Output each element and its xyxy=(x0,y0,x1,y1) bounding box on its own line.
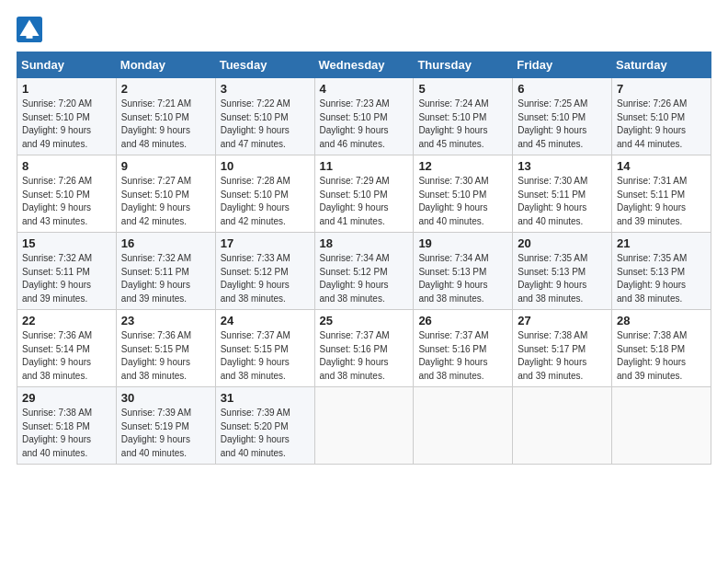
logo xyxy=(17,17,46,42)
cell-info: Sunrise: 7:32 AM Sunset: 5:11 PM Dayligh… xyxy=(22,252,111,305)
day-number: 17 xyxy=(221,236,310,250)
calendar-cell: 8Sunrise: 7:26 AM Sunset: 5:10 PM Daylig… xyxy=(17,155,117,233)
calendar-cell: 20Sunrise: 7:35 AM Sunset: 5:13 PM Dayli… xyxy=(513,233,612,310)
cell-info: Sunrise: 7:38 AM Sunset: 5:17 PM Dayligh… xyxy=(518,329,607,383)
cell-info: Sunrise: 7:36 AM Sunset: 5:15 PM Dayligh… xyxy=(121,329,210,383)
day-number: 2 xyxy=(121,82,210,96)
header-cell-sunday: Sunday xyxy=(17,52,117,78)
calendar-cell: 23Sunrise: 7:36 AM Sunset: 5:15 PM Dayli… xyxy=(116,310,215,387)
day-number: 24 xyxy=(221,314,310,327)
day-number: 26 xyxy=(418,314,507,327)
day-number: 10 xyxy=(221,159,310,173)
day-number: 3 xyxy=(221,82,310,96)
day-number: 27 xyxy=(518,314,607,327)
cell-info: Sunrise: 7:30 AM Sunset: 5:10 PM Dayligh… xyxy=(418,175,507,228)
day-number: 9 xyxy=(121,159,210,173)
cell-info: Sunrise: 7:35 AM Sunset: 5:13 PM Dayligh… xyxy=(518,252,607,305)
calendar-cell: 12Sunrise: 7:30 AM Sunset: 5:10 PM Dayli… xyxy=(414,155,513,233)
page: SundayMondayTuesdayWednesdayThursdayFrid… xyxy=(0,0,728,474)
calendar-cell: 2Sunrise: 7:21 AM Sunset: 5:10 PM Daylig… xyxy=(116,78,215,155)
day-number: 16 xyxy=(121,236,210,250)
calendar-cell: 11Sunrise: 7:29 AM Sunset: 5:10 PM Dayli… xyxy=(314,155,414,233)
day-number: 28 xyxy=(617,314,706,327)
cell-info: Sunrise: 7:22 AM Sunset: 5:10 PM Dayligh… xyxy=(221,98,310,151)
calendar-cell: 10Sunrise: 7:28 AM Sunset: 5:10 PM Dayli… xyxy=(215,155,314,233)
calendar-cell xyxy=(314,387,414,465)
calendar-cell: 7Sunrise: 7:26 AM Sunset: 5:10 PM Daylig… xyxy=(612,78,711,155)
cell-info: Sunrise: 7:32 AM Sunset: 5:11 PM Dayligh… xyxy=(121,252,210,305)
week-row-3: 15Sunrise: 7:32 AM Sunset: 5:11 PM Dayli… xyxy=(17,233,711,310)
header xyxy=(17,17,711,42)
calendar-cell: 9Sunrise: 7:27 AM Sunset: 5:10 PM Daylig… xyxy=(116,155,215,233)
cell-info: Sunrise: 7:37 AM Sunset: 5:16 PM Dayligh… xyxy=(418,329,507,383)
cell-info: Sunrise: 7:34 AM Sunset: 5:12 PM Dayligh… xyxy=(320,252,409,305)
day-number: 21 xyxy=(617,236,706,250)
calendar-cell: 22Sunrise: 7:36 AM Sunset: 5:14 PM Dayli… xyxy=(17,310,117,387)
calendar-cell: 18Sunrise: 7:34 AM Sunset: 5:12 PM Dayli… xyxy=(314,233,414,310)
calendar-cell: 15Sunrise: 7:32 AM Sunset: 5:11 PM Dayli… xyxy=(17,233,117,310)
day-number: 23 xyxy=(121,314,210,327)
cell-info: Sunrise: 7:39 AM Sunset: 5:19 PM Dayligh… xyxy=(121,407,210,460)
calendar-cell: 14Sunrise: 7:31 AM Sunset: 5:11 PM Dayli… xyxy=(612,155,711,233)
calendar-cell: 17Sunrise: 7:33 AM Sunset: 5:12 PM Dayli… xyxy=(215,233,314,310)
cell-info: Sunrise: 7:34 AM Sunset: 5:13 PM Dayligh… xyxy=(418,252,507,305)
day-number: 7 xyxy=(617,82,706,96)
calendar-cell: 3Sunrise: 7:22 AM Sunset: 5:10 PM Daylig… xyxy=(215,78,314,155)
cell-info: Sunrise: 7:24 AM Sunset: 5:10 PM Dayligh… xyxy=(418,98,507,151)
cell-info: Sunrise: 7:26 AM Sunset: 5:10 PM Dayligh… xyxy=(22,175,111,228)
cell-info: Sunrise: 7:27 AM Sunset: 5:10 PM Dayligh… xyxy=(121,175,210,228)
day-number: 5 xyxy=(418,82,507,96)
day-number: 4 xyxy=(320,82,409,96)
cell-info: Sunrise: 7:29 AM Sunset: 5:10 PM Dayligh… xyxy=(320,175,409,228)
calendar-cell: 19Sunrise: 7:34 AM Sunset: 5:13 PM Dayli… xyxy=(414,233,513,310)
day-number: 31 xyxy=(221,391,310,405)
cell-info: Sunrise: 7:20 AM Sunset: 5:10 PM Dayligh… xyxy=(22,98,111,151)
cell-info: Sunrise: 7:25 AM Sunset: 5:10 PM Dayligh… xyxy=(518,98,607,151)
week-row-1: 1Sunrise: 7:20 AM Sunset: 5:10 PM Daylig… xyxy=(17,78,711,155)
week-row-2: 8Sunrise: 7:26 AM Sunset: 5:10 PM Daylig… xyxy=(17,155,711,233)
day-number: 6 xyxy=(518,82,607,96)
day-number: 30 xyxy=(121,391,210,405)
calendar-cell xyxy=(414,387,513,465)
calendar-cell: 21Sunrise: 7:35 AM Sunset: 5:13 PM Dayli… xyxy=(612,233,711,310)
cell-info: Sunrise: 7:37 AM Sunset: 5:16 PM Dayligh… xyxy=(320,329,409,383)
cell-info: Sunrise: 7:30 AM Sunset: 5:11 PM Dayligh… xyxy=(518,175,607,228)
cell-info: Sunrise: 7:26 AM Sunset: 5:10 PM Dayligh… xyxy=(617,98,706,151)
day-number: 14 xyxy=(617,159,706,173)
calendar-cell: 26Sunrise: 7:37 AM Sunset: 5:16 PM Dayli… xyxy=(414,310,513,387)
day-number: 8 xyxy=(22,159,111,173)
calendar-cell: 31Sunrise: 7:39 AM Sunset: 5:20 PM Dayli… xyxy=(215,387,314,465)
cell-info: Sunrise: 7:33 AM Sunset: 5:12 PM Dayligh… xyxy=(221,252,310,305)
header-row: SundayMondayTuesdayWednesdayThursdayFrid… xyxy=(17,52,711,78)
day-number: 20 xyxy=(518,236,607,250)
cell-info: Sunrise: 7:28 AM Sunset: 5:10 PM Dayligh… xyxy=(221,175,310,228)
week-row-5: 29Sunrise: 7:38 AM Sunset: 5:18 PM Dayli… xyxy=(17,387,711,465)
calendar-cell: 28Sunrise: 7:38 AM Sunset: 5:18 PM Dayli… xyxy=(612,310,711,387)
header-cell-tuesday: Tuesday xyxy=(215,52,314,78)
cell-info: Sunrise: 7:38 AM Sunset: 5:18 PM Dayligh… xyxy=(617,329,706,383)
cell-info: Sunrise: 7:35 AM Sunset: 5:13 PM Dayligh… xyxy=(617,252,706,305)
day-number: 13 xyxy=(518,159,607,173)
calendar-cell: 24Sunrise: 7:37 AM Sunset: 5:15 PM Dayli… xyxy=(215,310,314,387)
cell-info: Sunrise: 7:37 AM Sunset: 5:15 PM Dayligh… xyxy=(221,329,310,383)
week-row-4: 22Sunrise: 7:36 AM Sunset: 5:14 PM Dayli… xyxy=(17,310,711,387)
header-cell-wednesday: Wednesday xyxy=(314,52,414,78)
calendar-table: SundayMondayTuesdayWednesdayThursdayFrid… xyxy=(17,52,711,465)
cell-info: Sunrise: 7:31 AM Sunset: 5:11 PM Dayligh… xyxy=(617,175,706,228)
cell-info: Sunrise: 7:21 AM Sunset: 5:10 PM Dayligh… xyxy=(121,98,210,151)
calendar-cell: 1Sunrise: 7:20 AM Sunset: 5:10 PM Daylig… xyxy=(17,78,117,155)
calendar-cell: 4Sunrise: 7:23 AM Sunset: 5:10 PM Daylig… xyxy=(314,78,414,155)
header-cell-friday: Friday xyxy=(513,52,612,78)
cell-info: Sunrise: 7:23 AM Sunset: 5:10 PM Dayligh… xyxy=(320,98,409,151)
day-number: 18 xyxy=(320,236,409,250)
logo-icon xyxy=(17,17,42,42)
calendar-cell: 16Sunrise: 7:32 AM Sunset: 5:11 PM Dayli… xyxy=(116,233,215,310)
day-number: 11 xyxy=(320,159,409,173)
calendar-cell xyxy=(612,387,711,465)
day-number: 22 xyxy=(22,314,111,327)
calendar-cell: 13Sunrise: 7:30 AM Sunset: 5:11 PM Dayli… xyxy=(513,155,612,233)
day-number: 25 xyxy=(320,314,409,327)
calendar-cell: 25Sunrise: 7:37 AM Sunset: 5:16 PM Dayli… xyxy=(314,310,414,387)
header-cell-monday: Monday xyxy=(116,52,215,78)
svg-rect-2 xyxy=(27,35,33,39)
